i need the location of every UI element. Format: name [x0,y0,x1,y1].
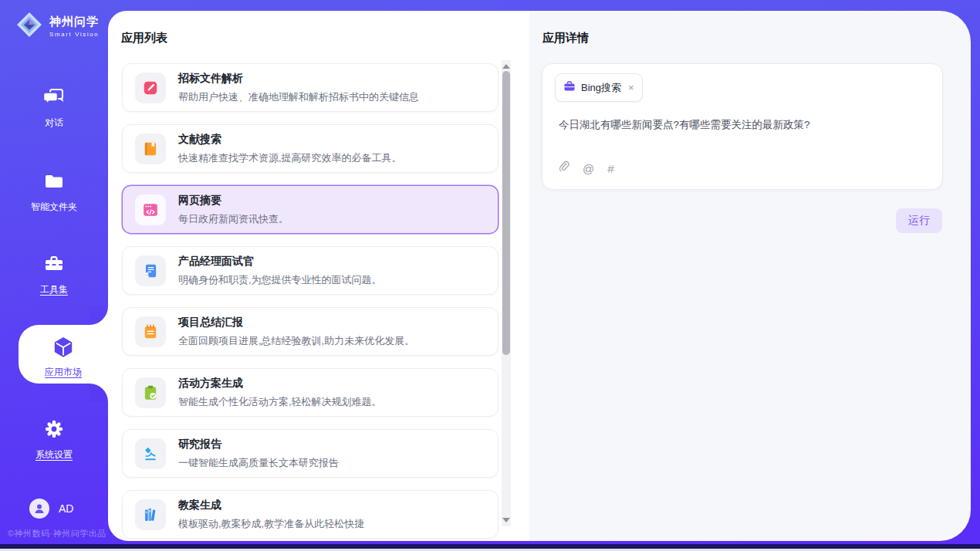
sidebar-item-label: 智能文件夹 [0,201,108,214]
app-details-panel: 应用详情 Bing搜索 × 今日湖北有哪些新闻要点?有哪些需要关注的最新政策? [529,11,971,541]
sidebar-item-label: 应用市场 [19,366,108,379]
gem-logo-icon [15,11,43,42]
app-card[interactable]: 网页摘要 每日政府新闻资讯快查。 [122,185,498,234]
brand-subtitle: Smart Vision [49,31,99,38]
books-icon [135,499,166,530]
app-card-title: 招标文件解析 [178,72,419,86]
sidebar-item-label: 对话 [0,117,108,130]
app-card-desc: 快速精准查找学术资源,提高研究效率的必备工具。 [178,151,402,165]
input-toolbar: @ # [558,161,614,177]
app-card-desc: 每日政府新闻资讯快查。 [178,212,289,226]
app-card-title: 教案生成 [178,499,364,512]
briefcase-icon [563,80,576,95]
prompt-input-card[interactable]: Bing搜索 × 今日湖北有哪些新闻要点?有哪些需要关注的最新政策? @ # [542,63,943,190]
hash-icon[interactable]: # [607,162,613,175]
main-content: 应用列表 招标文件解析 帮助用户快速、准确地理解和解析招标书中的关键信息 文献搜… [108,11,971,541]
folder-icon [43,181,65,194]
app-card[interactable]: 文献搜索 快速精准查找学术资源,提高研究效率的必备工具。 [122,124,498,173]
sidebar-item-chat[interactable]: 对话 [0,86,108,130]
app-card-desc: 帮助用户快速、准确地理解和解析招标书中的关键信息 [178,90,419,104]
app-card-desc: 明确身份和职责,为您提供专业性的面试问题。 [178,273,382,287]
scroll-up-icon[interactable] [502,64,510,69]
cube-icon [51,349,76,362]
app-card-desc: 一键智能生成高质量长文本研究报告 [178,456,339,470]
notepad-icon [135,316,166,347]
app-list-title: 应用列表 [121,31,167,46]
run-button[interactable]: 运行 [896,208,942,233]
browser-code-icon [135,194,166,225]
app-card-title: 活动方案生成 [178,377,382,390]
app-card-desc: 全面回顾项目进展,总结经验教训,助力未来优化发展。 [178,334,414,348]
chat-icon [42,97,66,110]
brand-name: 神州问学 [49,15,99,29]
app-card-title: 项目总结汇报 [178,316,414,330]
app-card-list: 招标文件解析 帮助用户快速、准确地理解和解析招标书中的关键信息 文献搜索 快速精… [122,63,498,541]
brand-logo: 神州问学 Smart Vision [15,11,99,42]
app-card[interactable]: 研究报告 一键智能生成高质量长文本研究报告 [122,429,498,478]
book-icon [135,134,166,164]
bubble-curve-bottom [90,384,108,402]
sidebar-item-app-market[interactable]: 应用市场 [19,325,108,384]
at-icon[interactable]: @ [583,162,594,175]
app-card-title: 网页摘要 [178,194,289,208]
sidebar-item-settings[interactable]: 系统设置 [0,418,108,461]
app-list-panel: 应用列表 招标文件解析 帮助用户快速、准确地理解和解析招标书中的关键信息 文献搜… [108,11,529,541]
avatar [29,499,49,519]
app-card-title: 研究报告 [178,438,339,451]
gear-icon [43,429,65,442]
app-card[interactable]: 招标文件解析 帮助用户快速、准确地理解和解析招标书中的关键信息 [122,63,498,112]
paperclip-icon[interactable] [558,161,569,177]
app-card[interactable]: 教案生成 模板驱动,教案秒成,教学准备从此轻松快捷 [122,490,498,539]
app-details-title: 应用详情 [542,31,589,46]
sidebar-item-toolset[interactable]: 工具集 [0,253,108,296]
copyright-footer: ©神州数码·神州问学出品 [8,528,106,539]
scroll-down-icon[interactable] [502,518,510,522]
tool-chip-bing-search[interactable]: Bing搜索 × [555,73,643,102]
app-card[interactable]: 活动方案生成 智能生成个性化活动方案,轻松解决规划难题。 [122,368,498,417]
app-card-desc: 智能生成个性化活动方案,轻松解决规划难题。 [178,395,382,409]
clipboard-check-icon [135,377,166,408]
app-window: 神州问学 Smart Vision 对话 智能文件夹 [0,0,980,551]
close-icon[interactable]: × [628,83,634,93]
scrollbar-thumb[interactable] [502,71,510,355]
app-card[interactable]: 项目总结汇报 全面回顾项目进展,总结经验教训,助力未来优化发展。 [122,307,498,356]
app-card-title: 产品经理面试官 [178,255,382,269]
edit-document-icon [135,73,166,103]
sidebar-item-smart-folder[interactable]: 智能文件夹 [0,171,108,214]
app-card-desc: 模板驱动,教案秒成,教学准备从此轻松快捷 [178,517,364,531]
user-account[interactable]: AD [29,499,73,519]
prompt-question-text[interactable]: 今日湖北有哪些新闻要点?有哪些需要关注的最新政策? [559,118,810,132]
tool-chip-label: Bing搜索 [581,81,621,95]
list-scrollbar[interactable] [502,60,511,526]
interview-icon [135,255,166,286]
app-card[interactable]: 产品经理面试官 明确身份和职责,为您提供专业性的面试问题。 [122,246,498,295]
toolbox-icon [43,264,65,277]
user-initials: AD [59,502,73,515]
app-card-title: 文献搜索 [178,133,402,147]
sidebar-item-label: 工具集 [0,283,108,296]
bubble-curve-top [90,306,108,325]
sidebar: 神州问学 Smart Vision 对话 智能文件夹 [0,0,108,551]
microscope-icon [135,438,166,469]
sidebar-item-label: 系统设置 [0,448,108,461]
